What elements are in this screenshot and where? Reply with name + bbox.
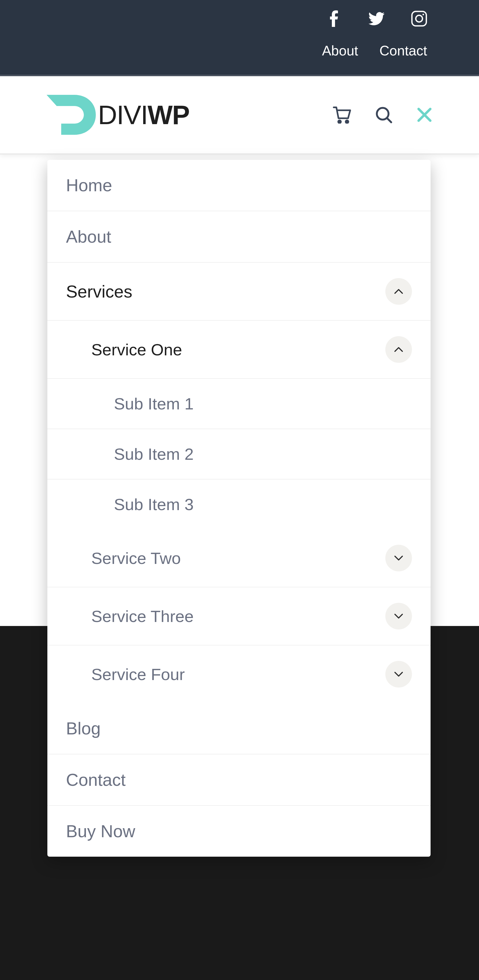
menu-item-label: Services (66, 282, 132, 302)
svg-rect-0 (412, 11, 426, 26)
svg-point-3 (338, 120, 341, 123)
menu-item-label: About (66, 227, 111, 247)
menu-item-label: Sub Item 3 (114, 495, 194, 514)
menu-item-blog[interactable]: Blog (48, 703, 431, 754)
menu-item-buy-now[interactable]: Buy Now (48, 806, 431, 857)
svg-point-1 (416, 15, 422, 22)
menu-item-label: Contact (66, 770, 125, 790)
svg-line-6 (387, 118, 391, 122)
twitter-icon[interactable] (368, 11, 384, 27)
menu-item-label: Service One (91, 340, 182, 359)
logo[interactable]: DIVIWP (46, 95, 189, 135)
menu-item-label: Service Two (91, 549, 181, 568)
header: DIVIWP (0, 76, 479, 154)
menu-item-sub-item-3[interactable]: Sub Item 3 (48, 479, 431, 529)
menu-item-service-three[interactable]: Service Three (48, 587, 431, 646)
menu-item-label: Sub Item 1 (114, 394, 194, 413)
svg-point-2 (423, 14, 424, 16)
cart-icon[interactable] (333, 106, 351, 124)
top-link-contact[interactable]: Contact (379, 43, 427, 59)
top-links: About Contact (322, 43, 433, 59)
svg-point-4 (346, 120, 348, 123)
top-bar: About Contact (0, 0, 479, 76)
menu-item-service-one[interactable]: Service One (48, 321, 431, 379)
menu-item-label: Home (66, 175, 112, 195)
menu-item-home[interactable]: Home (48, 160, 431, 211)
social-icons (326, 11, 433, 27)
menu-item-sub-item-2[interactable]: Sub Item 2 (48, 429, 431, 479)
menu-item-label: Buy Now (66, 821, 135, 841)
menu-item-contact[interactable]: Contact (48, 754, 431, 806)
menu-item-label: Sub Item 2 (114, 445, 194, 463)
menu-item-label: Service Three (91, 607, 194, 626)
close-icon[interactable] (417, 107, 433, 123)
chevron-down-icon[interactable] (385, 545, 412, 571)
logo-text: DIVIWP (98, 100, 189, 130)
chevron-up-icon[interactable] (385, 278, 412, 305)
submenu-services: Service One Sub Item 1 Sub Item 2 Sub It… (48, 321, 431, 703)
mobile-menu: Home About Services Service One Sub Item… (48, 160, 431, 857)
submenu-service-one: Sub Item 1 Sub Item 2 Sub Item 3 (48, 379, 431, 529)
menu-item-label: Blog (66, 718, 101, 738)
top-link-about[interactable]: About (322, 43, 358, 59)
menu-item-service-two[interactable]: Service Two (48, 529, 431, 587)
chevron-down-icon[interactable] (385, 661, 412, 687)
menu-item-services[interactable]: Services (48, 262, 431, 321)
chevron-up-icon[interactable] (385, 336, 412, 363)
facebook-icon[interactable] (326, 11, 342, 27)
menu-item-about[interactable]: About (48, 211, 431, 262)
search-icon[interactable] (375, 106, 392, 124)
menu-item-sub-item-1[interactable]: Sub Item 1 (48, 379, 431, 429)
menu-item-label: Service Four (91, 665, 185, 684)
menu-item-service-four[interactable]: Service Four (48, 646, 431, 703)
instagram-icon[interactable] (411, 11, 427, 27)
header-icons (333, 106, 433, 124)
logo-mark-icon (46, 95, 96, 135)
chevron-down-icon[interactable] (385, 603, 412, 630)
